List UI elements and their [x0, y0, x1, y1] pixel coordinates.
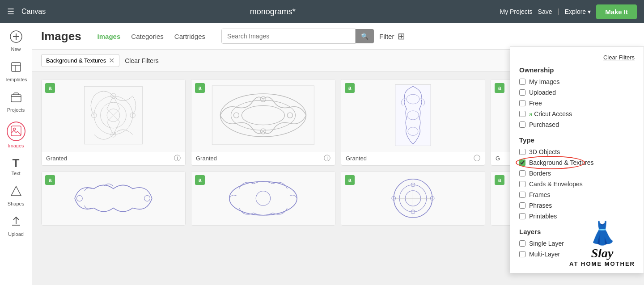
- checkbox-3d-objects[interactable]: [519, 149, 525, 155]
- text-icon: T: [13, 157, 20, 169]
- image-card-footer-3: Granted ⓘ: [341, 151, 485, 165]
- image-preview-3: a: [341, 80, 485, 151]
- cricut-badge-3: a: [345, 83, 355, 93]
- filter-cricut-access[interactable]: a Cricut Access: [519, 110, 635, 117]
- filter-frames[interactable]: Frames: [519, 191, 635, 198]
- filter-uploaded[interactable]: Uploaded: [519, 89, 635, 96]
- sidebar-item-text-label: Text: [11, 171, 20, 176]
- nav-images[interactable]: Images: [97, 33, 121, 40]
- sidebar-item-shapes[interactable]: Shapes: [0, 181, 32, 210]
- sidebar-item-new-label: New: [11, 46, 21, 52]
- image-card-7[interactable]: a: [341, 171, 485, 226]
- image-status-2: Granted: [196, 155, 217, 162]
- image-card-5[interactable]: a: [41, 171, 186, 226]
- filter-3d-objects[interactable]: 3D Objects: [519, 148, 635, 155]
- filter-free[interactable]: Free: [519, 100, 635, 107]
- sidebar: New Templates Projects Images T Text: [0, 23, 32, 285]
- nav-cartridges[interactable]: Cartridges: [174, 33, 205, 40]
- filter-my-images[interactable]: My Images: [519, 78, 635, 85]
- watermark-text: Slay: [591, 246, 614, 260]
- filter-printables[interactable]: Printables: [519, 213, 635, 220]
- main-layout: New Templates Projects Images T Text: [0, 23, 644, 285]
- checkbox-printables[interactable]: [519, 213, 525, 219]
- checkbox-frames[interactable]: [519, 192, 525, 198]
- sidebar-item-templates[interactable]: Templates: [0, 57, 32, 86]
- image-preview-5: a: [42, 172, 185, 225]
- sidebar-item-new[interactable]: New: [0, 27, 32, 55]
- svg-rect-5: [11, 126, 21, 136]
- checkbox-my-images[interactable]: [519, 79, 525, 85]
- clear-filters-button[interactable]: Clear Filters: [125, 57, 158, 64]
- svg-rect-16: [212, 86, 314, 145]
- type-section: Type 3D Objects Background & Textures Bo…: [519, 136, 635, 220]
- checkbox-uploaded[interactable]: [519, 89, 525, 96]
- checkbox-background-textures[interactable]: [519, 159, 525, 166]
- cricut-badge-7: a: [345, 175, 355, 185]
- shapes-icon: [10, 185, 22, 199]
- checkbox-cards-envelopes[interactable]: [519, 181, 525, 187]
- sidebar-item-images-label: Images: [8, 143, 24, 148]
- checkbox-phrases[interactable]: [519, 202, 525, 209]
- image-preview-7: a: [341, 172, 485, 225]
- explore-dropdown[interactable]: Explore ▾: [565, 8, 591, 15]
- checkbox-multi-layer[interactable]: [519, 251, 525, 257]
- my-projects-link[interactable]: My Projects: [500, 8, 532, 15]
- chevron-down-icon: ▾: [588, 8, 591, 15]
- hamburger-menu[interactable]: ☰: [7, 7, 14, 17]
- cricut-access-text: Cricut Access: [534, 110, 572, 117]
- image-card-footer-1: Granted ⓘ: [42, 151, 185, 165]
- filter-my-images-label: My Images: [529, 78, 559, 85]
- filter-button[interactable]: Filter: [379, 33, 394, 40]
- watermark-apron-icon: 👗: [589, 220, 616, 246]
- image-card-6[interactable]: a: [191, 171, 335, 226]
- filter-cricut-access-label: a Cricut Access: [529, 110, 572, 117]
- checkbox-purchased[interactable]: [519, 122, 525, 128]
- filter-free-label: Free: [529, 100, 542, 107]
- info-button-3[interactable]: ⓘ: [474, 154, 480, 163]
- image-status-4: G: [496, 155, 500, 162]
- sidebar-item-text[interactable]: T Text: [0, 154, 32, 180]
- image-card-3[interactable]: a Granted ⓘ: [341, 79, 485, 166]
- type-title: Type: [519, 136, 635, 144]
- checkbox-borders[interactable]: [519, 170, 525, 176]
- make-it-button[interactable]: Make It: [596, 4, 637, 19]
- svg-marker-7: [11, 186, 21, 196]
- search-button[interactable]: 🔍: [356, 29, 374, 43]
- filter-borders-label: Borders: [529, 170, 551, 177]
- explore-label: Explore: [565, 8, 586, 15]
- page-title: Images: [41, 29, 81, 43]
- filter-purchased[interactable]: Purchased: [519, 121, 635, 128]
- image-card-1[interactable]: a: [41, 79, 186, 166]
- document-title: monograms*: [53, 7, 492, 17]
- image-card-2[interactable]: a Granted: [191, 79, 335, 166]
- info-button-2[interactable]: ⓘ: [324, 154, 330, 163]
- upload-icon: [10, 215, 22, 230]
- active-filter-tag: Background & Textures ✕: [41, 54, 119, 67]
- plus-icon: [10, 30, 22, 45]
- ownership-title: Ownership: [519, 66, 635, 74]
- search-box: [221, 29, 356, 44]
- filter-panel-header: Clear Filters: [519, 54, 635, 61]
- top-navigation: ☰ Canvas monograms* My Projects Save | E…: [0, 0, 644, 23]
- panel-clear-filters-button[interactable]: Clear Filters: [603, 54, 635, 61]
- svg-point-33: [144, 196, 150, 201]
- cricut-badge-1: a: [45, 83, 55, 93]
- filter-borders[interactable]: Borders: [519, 170, 635, 177]
- sidebar-item-projects[interactable]: Projects: [0, 88, 32, 116]
- checkbox-cricut-access[interactable]: [519, 111, 525, 117]
- nav-divider: |: [558, 8, 559, 16]
- checkbox-free[interactable]: [519, 100, 525, 106]
- checkbox-single-layer[interactable]: [519, 240, 525, 247]
- nav-categories[interactable]: Categories: [131, 33, 164, 40]
- filter-background-textures[interactable]: Background & Textures: [519, 159, 635, 166]
- filter-phrases[interactable]: Phrases: [519, 202, 635, 209]
- grid-view-button[interactable]: ⊞: [398, 31, 405, 42]
- sidebar-item-images[interactable]: Images: [0, 118, 32, 152]
- remove-filter-button[interactable]: ✕: [109, 56, 114, 65]
- sidebar-item-upload[interactable]: Upload: [0, 212, 32, 240]
- info-button-1[interactable]: ⓘ: [174, 154, 181, 163]
- filter-cards-envelopes[interactable]: Cards & Envelopes: [519, 180, 635, 188]
- save-link[interactable]: Save: [538, 8, 552, 15]
- sidebar-item-shapes-label: Shapes: [8, 201, 24, 206]
- search-input[interactable]: [222, 29, 355, 43]
